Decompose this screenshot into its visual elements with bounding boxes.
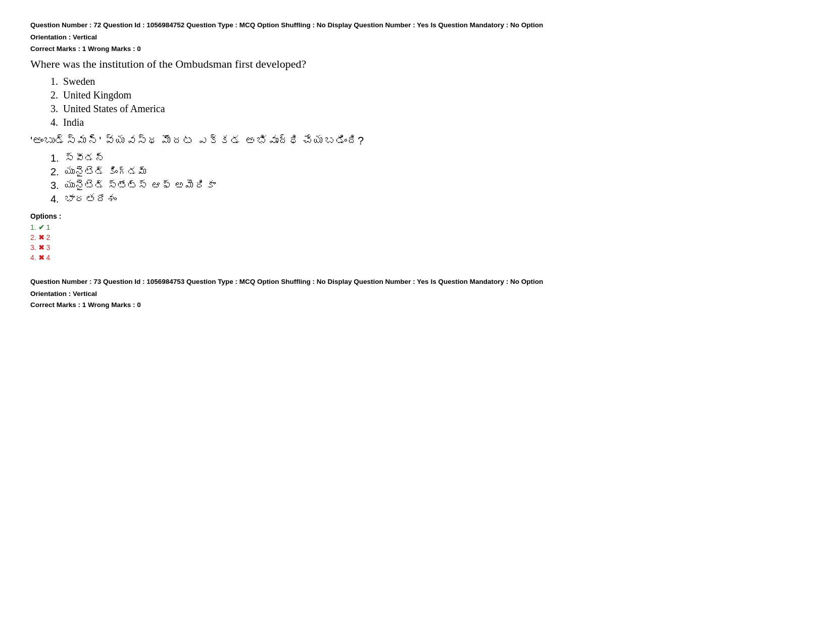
question-72-telugu: 'అంబుడ్స్‌మన్' వ్యవస్థ మొదట ఎక్కడ అభివృద…	[30, 134, 804, 147]
question-72-block: Question Number : 72 Question Id : 10569…	[30, 20, 804, 262]
meta-line2-q73: Orientation : Vertical	[30, 290, 97, 298]
marks-text: Correct Marks : 1 Wrong Marks : 0	[30, 45, 141, 53]
options-label-text: Options :	[30, 212, 61, 220]
option-en-2: 2. United Kingdom	[51, 89, 804, 101]
cross-icon-2: ✖	[38, 233, 44, 241]
answer-option-1: 1. ✔ 1	[30, 223, 804, 231]
option-te-4: 4. భారతదేశం	[51, 193, 804, 205]
answer-option-4: 4. ✖ 4	[30, 254, 804, 262]
cross-icon-3: ✖	[38, 243, 44, 252]
question-72-english: Where was the institution of the Ombudsm…	[30, 58, 804, 71]
meta-line2-text: Orientation : Vertical	[30, 33, 97, 41]
options-english-list: 1. Sweden 2. United Kingdom 3. United St…	[51, 76, 804, 128]
question-73-meta-line2: Orientation : Vertical	[30, 289, 804, 299]
question-73-marks: Correct Marks : 1 Wrong Marks : 0	[30, 301, 804, 309]
question-72-meta-line1: Question Number : 72 Question Id : 10569…	[30, 20, 804, 30]
option-te-3: 3. యునైటెడ్ స్టేట్స్ ఆఫ్ అమెరికా	[51, 180, 804, 191]
question-73-block: Question Number : 73 Question Id : 10569…	[30, 277, 804, 309]
option-te-1: 1. స్వీడన్	[51, 153, 804, 164]
meta-line1-text: Question Number : 72 Question Id : 10569…	[30, 21, 543, 29]
option-te-2: 2. యునైటెడ్ కింగ్డమ్	[51, 166, 804, 178]
question-72-meta-line2: Orientation : Vertical	[30, 32, 804, 42]
question-73-meta-line1: Question Number : 73 Question Id : 10569…	[30, 277, 804, 287]
option-en-1: 1. Sweden	[51, 76, 804, 87]
answer-option-2: 2. ✖ 2	[30, 233, 804, 241]
answer-options-list: 1. ✔ 1 2. ✖ 2 3. ✖ 3 4. ✖ 4	[30, 223, 804, 262]
question-telugu-text: 'అంబుడ్స్‌మన్' వ్యవస్థ మొదట ఎక్కడ అభివృద…	[30, 134, 364, 147]
question-72-marks: Correct Marks : 1 Wrong Marks : 0	[30, 45, 804, 53]
option-en-3: 3. United States of America	[51, 103, 804, 115]
marks-text-q73: Correct Marks : 1 Wrong Marks : 0	[30, 301, 141, 309]
answer-option-3: 3. ✖ 3	[30, 243, 804, 252]
question-english-text: Where was the institution of the Ombudsm…	[30, 58, 306, 70]
options-label: Options :	[30, 212, 804, 220]
meta-line1-q73: Question Number : 73 Question Id : 10569…	[30, 278, 543, 285]
option-en-4: 4. India	[51, 117, 804, 128]
options-telugu-list: 1. స్వీడన్ 2. యునైటెడ్ కింగ్డమ్ 3. యునైట…	[51, 153, 804, 205]
cross-icon-4: ✖	[38, 254, 44, 262]
check-icon-1: ✔	[38, 223, 44, 231]
